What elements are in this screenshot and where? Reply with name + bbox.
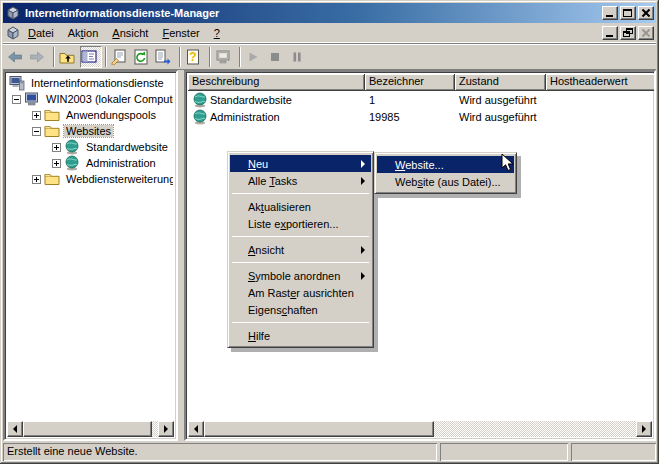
menu-item-label: Hilfe: [248, 330, 270, 342]
list-cell-text: 19985: [369, 111, 400, 123]
mdi-restore-button[interactable]: [620, 26, 636, 40]
left-arrow-icon: [13, 425, 17, 433]
tree-item-label: WIN2003 (lokaler Computer): [44, 93, 173, 105]
scroll-thumb[interactable]: [204, 421, 434, 437]
right-arrow-icon: [164, 425, 168, 433]
start-item-button: [244, 46, 266, 68]
back-icon: [7, 49, 23, 65]
tree-horizontal-scrollbar[interactable]: [7, 421, 174, 437]
status-text: Erstellt eine neue Website.: [3, 443, 437, 461]
website-globe-icon: [192, 92, 208, 108]
menubar-item-ansicht[interactable]: Ansicht: [105, 25, 155, 41]
console-window-icon: [5, 25, 21, 41]
list-cell-text: Wird ausgeführt: [459, 111, 537, 123]
column-header-zustand[interactable]: Zustand: [455, 74, 546, 91]
menu-item-label: Symbole anordnen: [248, 270, 340, 282]
list-cell: Wird ausgeführt: [455, 111, 546, 123]
menu-item-label: Website (aus Datei)...: [395, 176, 501, 188]
tree-item-win2003-lokaler-computer[interactable]: WIN2003 (lokaler Computer): [8, 91, 173, 107]
menu-item-label: Aktualisieren: [248, 201, 311, 213]
refresh-button[interactable]: [132, 46, 154, 68]
list-horizontal-scrollbar[interactable]: [188, 421, 652, 437]
connect-computer-button: [214, 46, 236, 68]
collapse-icon[interactable]: [12, 95, 21, 104]
help-icon: ?: [185, 49, 201, 65]
context-menu-item-alle-tasks[interactable]: Alle Tasks: [230, 172, 371, 189]
menu-item-label: Am Raster ausrichten: [248, 287, 354, 299]
scroll-track[interactable]: [434, 421, 636, 437]
expand-icon[interactable]: [52, 159, 61, 168]
menu-separator: [232, 262, 369, 263]
menu-item-label: Neu: [248, 158, 268, 170]
forward-button: [28, 46, 50, 68]
close-button[interactable]: [638, 6, 654, 20]
column-header-hostheaderwert[interactable]: Hostheaderwert: [546, 74, 656, 91]
list-row-standardwebsite[interactable]: Standardwebsite1Wird ausgeführt: [188, 91, 652, 108]
context-menu-item-aktualisieren[interactable]: Aktualisieren: [230, 198, 371, 215]
toolbar-separator: [179, 47, 181, 67]
expand-icon[interactable]: [32, 175, 41, 184]
back-button[interactable]: [6, 46, 28, 68]
expand-icon[interactable]: [32, 111, 41, 120]
help-button[interactable]: ?: [184, 46, 206, 68]
column-header-beschreibung[interactable]: Beschreibung: [188, 74, 365, 91]
tree-item-label: Standardwebsite: [84, 141, 170, 153]
list-cell-text: Administration: [210, 111, 280, 123]
collapse-icon[interactable]: [32, 127, 41, 136]
submenu-arrow-icon: [361, 272, 365, 280]
submenu-item-website[interactable]: Website...: [377, 156, 514, 173]
scroll-right-button[interactable]: [636, 421, 652, 437]
list-cell: 1: [365, 94, 455, 106]
context-menu-item-neu[interactable]: Neu: [230, 155, 371, 172]
expand-icon[interactable]: [52, 143, 61, 152]
tree-item-anwendungspools[interactable]: Anwendungspools: [8, 107, 173, 123]
tree-item-standardwebsite[interactable]: Standardwebsite: [8, 139, 173, 155]
toolbar-separator: [209, 47, 211, 67]
context-menu-item-am-raster-ausrichten[interactable]: Am Raster ausrichten: [230, 284, 371, 301]
list-row-administration[interactable]: Administration19985Wird ausgeführt: [188, 108, 652, 125]
mouse-cursor: [501, 153, 518, 173]
scroll-left-button[interactable]: [7, 421, 23, 437]
export-list-button[interactable]: [154, 46, 176, 68]
status-bar: Erstellt eine neue Website.: [3, 443, 656, 461]
list-cell-text: 1: [369, 94, 375, 106]
context-menu-item-liste-exportieren[interactable]: Liste exportieren...: [230, 215, 371, 232]
mdi-minimize-button[interactable]: [602, 26, 618, 40]
context-menu-item-symbole-anordnen[interactable]: Symbole anordnen: [230, 267, 371, 284]
minimize-button[interactable]: [602, 6, 618, 20]
list-header: BeschreibungBezeichnerZustandHostheaderw…: [188, 74, 652, 91]
toolbar: ?: [3, 43, 656, 70]
scroll-left-button[interactable]: [188, 421, 204, 437]
context-menu-item-eigenschaften[interactable]: Eigenschaften: [230, 301, 371, 318]
menubar-item-fenster[interactable]: Fenster: [155, 25, 206, 41]
toolbar-separator: [105, 47, 107, 67]
scroll-right-button[interactable]: [158, 421, 174, 437]
website-globe-icon: [64, 139, 80, 155]
tree-item-label: Anwendungspools: [64, 109, 158, 121]
show-hide-console-tree-button[interactable]: [80, 46, 102, 68]
menu-item-label: Ansicht: [248, 244, 284, 256]
list-cell: Wird ausgeführt: [455, 94, 546, 106]
menu-separator: [232, 236, 369, 237]
iis-root-icon: [9, 75, 25, 91]
column-header-bezeichner[interactable]: Bezeichner: [365, 74, 455, 91]
show-hide-console-tree-icon: [81, 49, 97, 65]
title-bar: Internetinformationsdienste-Manager: [3, 3, 656, 23]
maximize-button[interactable]: [620, 6, 636, 20]
menubar-item-aktion[interactable]: Aktion: [61, 25, 106, 41]
tree-item-internetinformationsdienste[interactable]: Internetinformationsdienste: [8, 75, 173, 91]
up-one-level-button[interactable]: [58, 46, 80, 68]
tree-item-webdiensterweiterungen[interactable]: Webdiensterweiterungen: [8, 171, 173, 187]
menubar-item-datei[interactable]: Datei: [21, 25, 61, 41]
context-menu-item-ansicht[interactable]: Ansicht: [230, 241, 371, 258]
pause-item-button: [288, 46, 310, 68]
submenu-item-website-aus-datei[interactable]: Website (aus Datei)...: [377, 173, 514, 190]
tree-item-administration[interactable]: Administration: [8, 155, 173, 171]
tree-item-websites[interactable]: Websites: [8, 123, 173, 139]
scroll-thumb[interactable]: [23, 421, 152, 437]
menubar-item-[interactable]: ?: [207, 25, 227, 41]
context-menu-item-hilfe[interactable]: Hilfe: [230, 327, 371, 344]
properties-button[interactable]: [110, 46, 132, 68]
connect-computer-icon: [215, 49, 231, 65]
submenu-arrow-icon: [361, 160, 365, 168]
